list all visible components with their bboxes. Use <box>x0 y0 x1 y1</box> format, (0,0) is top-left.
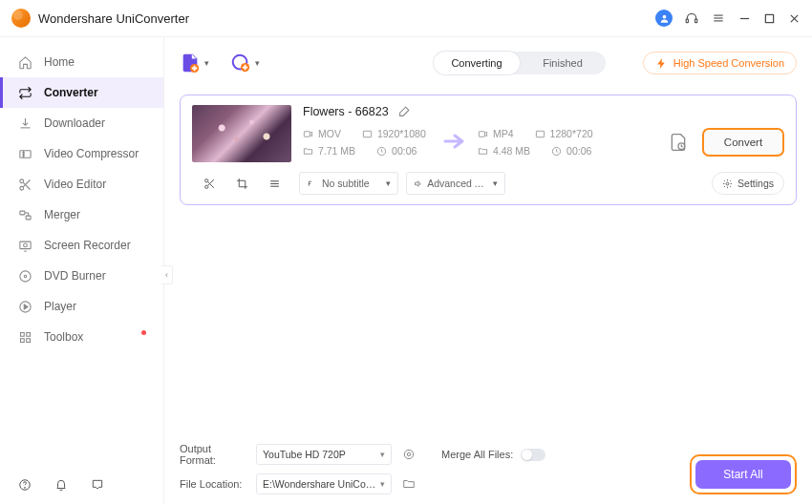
svg-point-11 <box>19 178 23 182</box>
sidebar-item-home[interactable]: Home <box>0 47 163 77</box>
scissors-icon <box>17 177 32 192</box>
merge-toggle[interactable] <box>521 449 545 461</box>
output-settings-button[interactable] <box>668 132 689 153</box>
close-button[interactable] <box>787 11 801 25</box>
trim-button[interactable] <box>203 177 216 190</box>
sidebar-item-downloader[interactable]: Downloader <box>0 108 163 138</box>
add-file-button[interactable]: ▾ <box>180 52 209 74</box>
file-plus-icon <box>180 52 201 74</box>
open-folder-button[interactable] <box>401 476 417 492</box>
audio-icon <box>414 178 422 189</box>
svg-rect-2 <box>695 19 697 23</box>
chevron-down-icon: ▾ <box>493 178 498 188</box>
sidebar: Home Converter Downloader Video Compress… <box>0 37 164 504</box>
sidebar-item-editor[interactable]: Video Editor <box>0 169 163 200</box>
sidebar-item-label: Screen Recorder <box>44 239 131 252</box>
output-format-label: Output Format: <box>180 443 246 466</box>
clock-icon <box>551 146 562 157</box>
svg-point-19 <box>19 270 30 281</box>
sidebar-item-label: Toolbox <box>44 330 83 344</box>
status-tabs: Converting Finished <box>434 52 606 74</box>
tab-finished[interactable]: Finished <box>520 52 606 74</box>
sidebar-item-compressor[interactable]: Video Compressor <box>0 138 163 169</box>
sidebar-item-converter[interactable]: Converter <box>0 77 163 108</box>
sidebar-item-label: Merger <box>44 208 80 221</box>
dst-format: MP4 <box>493 128 514 139</box>
svg-rect-23 <box>26 332 30 336</box>
item-settings-button[interactable]: Settings <box>712 172 784 195</box>
converter-icon <box>17 85 32 100</box>
chevron-down-icon: ▾ <box>380 479 385 489</box>
svg-point-20 <box>24 275 27 278</box>
chevron-down-icon: ▾ <box>255 58 260 68</box>
convert-button[interactable]: Convert <box>702 128 784 157</box>
subtitle-dropdown[interactable]: No subtitle ▾ <box>299 172 398 195</box>
high-speed-button[interactable]: High Speed Conversion <box>643 52 797 74</box>
disc-icon <box>17 268 32 284</box>
file-location-label: File Location: <box>180 478 246 490</box>
svg-point-45 <box>726 182 729 185</box>
menu-icon[interactable] <box>711 10 726 26</box>
sidebar-item-merger[interactable]: Merger <box>0 200 163 230</box>
output-format-value: YouTube HD 720P <box>263 449 346 460</box>
circle-plus-icon <box>230 52 251 74</box>
svg-rect-31 <box>304 131 310 136</box>
app-title: Wondershare UniConverter <box>38 11 189 26</box>
sidebar-item-label: Downloader <box>44 116 105 130</box>
dst-res: 1280*720 <box>550 128 593 139</box>
output-format-settings-button[interactable] <box>401 447 417 462</box>
src-size: 7.71 MB <box>318 145 355 157</box>
chevron-down-icon: ▾ <box>204 58 209 68</box>
settings-label: Settings <box>737 178 774 189</box>
crop-button[interactable] <box>235 177 248 190</box>
minimize-button[interactable] <box>737 11 751 25</box>
audio-value: Advanced Aud... <box>427 178 488 189</box>
svg-rect-24 <box>20 338 24 342</box>
file-item-card: Flowers - 66823 MOV 1920*1080 7.71 MB 00… <box>180 94 797 205</box>
file-location-dropdown[interactable]: E:\Wondershare UniConverter ▾ <box>256 473 392 494</box>
src-dur: 00:06 <box>392 145 417 157</box>
svg-point-46 <box>407 452 411 456</box>
output-format-dropdown[interactable]: YouTube HD 720P ▾ <box>256 444 392 465</box>
folder-icon <box>303 146 313 157</box>
clock-icon <box>376 146 387 157</box>
compressor-icon <box>17 146 32 161</box>
feedback-icon[interactable] <box>90 477 105 493</box>
video-thumbnail[interactable] <box>192 105 291 162</box>
sidebar-item-label: Video Editor <box>44 178 106 191</box>
tab-converting[interactable]: Converting <box>434 52 520 74</box>
play-icon <box>17 299 32 314</box>
add-url-button[interactable]: ▾ <box>230 52 260 74</box>
sidebar-collapse-button[interactable]: ‹ <box>161 265 173 284</box>
sidebar-item-player[interactable]: Player <box>0 291 163 322</box>
bell-icon[interactable] <box>53 477 69 493</box>
svg-point-38 <box>204 178 207 181</box>
start-all-button[interactable]: Start All <box>695 460 791 489</box>
maximize-button[interactable] <box>762 11 776 25</box>
subtitle-value: No subtitle <box>322 178 370 189</box>
folder-icon <box>478 146 488 157</box>
headset-icon[interactable] <box>684 10 699 26</box>
chevron-down-icon: ▾ <box>380 450 385 459</box>
help-icon[interactable] <box>17 477 32 493</box>
svg-rect-34 <box>479 131 484 136</box>
resolution-icon <box>535 129 545 139</box>
sidebar-item-label: DVD Burner <box>44 269 106 283</box>
sidebar-item-dvd[interactable]: DVD Burner <box>0 261 163 291</box>
subtitle-icon <box>307 178 317 189</box>
file-location-value: E:\Wondershare UniConverter <box>263 478 380 490</box>
svg-rect-25 <box>26 338 30 342</box>
src-format: MOV <box>318 128 341 139</box>
svg-rect-17 <box>19 242 30 249</box>
svg-rect-7 <box>765 14 773 22</box>
audio-dropdown[interactable]: Advanced Aud... ▾ <box>406 172 505 195</box>
user-avatar[interactable] <box>655 10 673 27</box>
sidebar-item-toolbox[interactable]: Toolbox <box>0 322 163 352</box>
merge-label: Merge All Files: <box>441 449 513 460</box>
svg-rect-35 <box>536 131 544 136</box>
sidebar-item-label: Video Compressor <box>44 147 139 160</box>
sidebar-item-recorder[interactable]: Screen Recorder <box>0 230 163 261</box>
notification-dot <box>141 330 146 335</box>
more-button[interactable] <box>267 177 281 190</box>
edit-title-button[interactable] <box>398 105 412 118</box>
